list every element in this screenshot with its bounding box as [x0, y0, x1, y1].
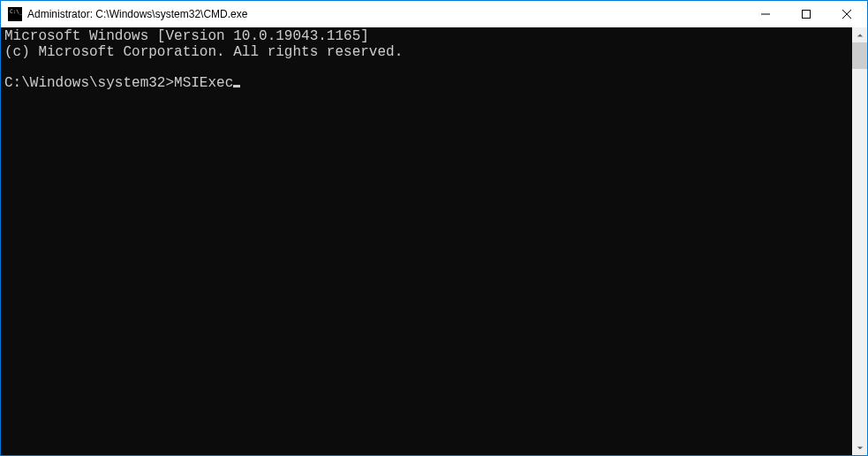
- prompt: C:\Windows\system32>: [4, 75, 174, 91]
- version-line: Microsoft Windows [Version 10.0.19043.11…: [4, 28, 369, 44]
- command-input[interactable]: MSIExec: [174, 75, 233, 91]
- scroll-track[interactable]: [852, 42, 867, 440]
- console-area: Microsoft Windows [Version 10.0.19043.11…: [1, 27, 867, 455]
- close-icon: [842, 10, 851, 19]
- chevron-up-icon: [857, 32, 864, 39]
- scroll-thumb[interactable]: [852, 42, 867, 69]
- maximize-icon: [802, 10, 811, 19]
- chevron-down-icon: [857, 445, 864, 452]
- cmd-icon: [8, 7, 22, 21]
- copyright-line: (c) Microsoft Corporation. All rights re…: [4, 44, 403, 60]
- svg-rect-1: [803, 11, 811, 19]
- window-title: Administrator: C:\Windows\system32\CMD.e…: [27, 8, 745, 20]
- console-output[interactable]: Microsoft Windows [Version 10.0.19043.11…: [1, 27, 852, 455]
- scroll-down-button[interactable]: [852, 440, 867, 455]
- vertical-scrollbar[interactable]: [852, 27, 867, 455]
- maximize-button[interactable]: [786, 1, 826, 27]
- window-controls: [745, 1, 867, 27]
- titlebar[interactable]: Administrator: C:\Windows\system32\CMD.e…: [1, 1, 867, 27]
- minimize-button[interactable]: [745, 1, 786, 27]
- close-button[interactable]: [826, 1, 867, 27]
- minimize-icon: [761, 10, 770, 19]
- cmd-window: Administrator: C:\Windows\system32\CMD.e…: [1, 1, 867, 455]
- cursor-icon: [233, 85, 240, 87]
- scroll-up-button[interactable]: [852, 27, 867, 42]
